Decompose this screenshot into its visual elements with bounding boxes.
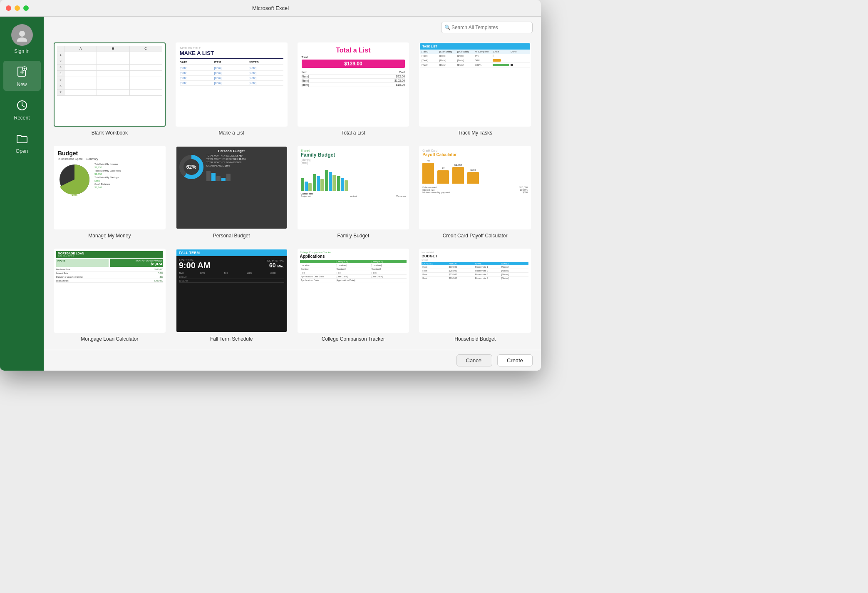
bottom-bar: Cancel Create xyxy=(44,350,541,371)
template-card-total-a-list[interactable]: Total a List Total $139.00 Item Cost [It… xyxy=(298,42,409,136)
template-card-credit-card-payoff[interactable]: Credit Card Payoff Calculator 40 22 xyxy=(419,146,531,239)
recent-label: Recent xyxy=(14,115,30,121)
maximize-button[interactable] xyxy=(23,5,29,11)
template-preview-personal-budget[interactable]: Personal Budget 62% xyxy=(176,146,288,230)
template-preview-credit-card-payoff[interactable]: Credit Card Payoff Calculator 40 22 xyxy=(419,146,531,230)
new-file-icon xyxy=(15,65,29,79)
template-name-total-a-list: Total a List xyxy=(341,130,365,136)
user-icon xyxy=(15,28,29,42)
template-card-track-my-tasks[interactable]: TASK LIST [Task] [Start Date] [Due Date]… xyxy=(419,42,531,136)
search-container: 🔍 xyxy=(441,22,533,33)
template-card-personal-budget[interactable]: Personal Budget 62% xyxy=(176,146,288,239)
template-preview-manage-my-money[interactable]: Budget % of Income Spent Summary xyxy=(54,146,166,230)
template-card-fall-term[interactable]: FALL TERM START TIME 9:00 AM TIME INTERV… xyxy=(176,249,288,342)
blank-workbook-preview: A B C 1 2 xyxy=(55,43,165,126)
template-name-make-a-list: Make a List xyxy=(218,130,244,136)
template-preview-track-my-tasks[interactable]: TASK LIST [Task] [Start Date] [Due Date]… xyxy=(419,42,531,127)
close-button[interactable] xyxy=(6,5,11,11)
create-button[interactable]: Create xyxy=(497,354,533,366)
svg-point-0 xyxy=(19,31,25,37)
svg-point-1 xyxy=(17,37,27,42)
open-label: Open xyxy=(16,148,28,154)
template-name-manage-my-money: Manage My Money xyxy=(88,233,131,239)
svg-line-11 xyxy=(22,105,24,107)
title-bar: Microsoft Excel xyxy=(0,0,541,17)
sidebar-item-signin[interactable]: Sign in xyxy=(3,21,41,57)
sidebar-item-open[interactable]: Open xyxy=(3,127,41,157)
template-name-family-budget: Family Budget xyxy=(337,233,370,239)
template-name-mortgage-loan: Mortgage Loan Calculator xyxy=(81,336,138,342)
template-preview-mortgage-loan[interactable]: MORTGAGE LOAN CALCULATOR INPUTS MONTHLY … xyxy=(54,249,166,333)
template-name-household-budget: Household Budget xyxy=(454,336,496,342)
template-card-make-a-list[interactable]: TASK OR TITLE MAKE A LIST DATE ITEM NOTE… xyxy=(176,42,288,136)
folder-icon xyxy=(15,132,29,145)
template-preview-total-a-list[interactable]: Total a List Total $139.00 Item Cost [It… xyxy=(298,42,409,127)
template-preview-fall-term[interactable]: FALL TERM START TIME 9:00 AM TIME INTERV… xyxy=(176,249,288,333)
template-card-family-budget[interactable]: Shared Family Budget [Month][Year] xyxy=(298,146,409,239)
template-preview-college-comparison[interactable]: College Comparison Tracker Applications … xyxy=(298,249,409,333)
sidebar-item-recent[interactable]: Recent xyxy=(3,94,41,124)
search-bar-area: 🔍 xyxy=(44,17,541,38)
template-name-college-comparison: College Comparison Tracker xyxy=(322,336,385,342)
template-preview-blank-workbook[interactable]: A B C 1 2 xyxy=(54,42,166,127)
new-label: New xyxy=(17,82,27,87)
template-card-blank-workbook[interactable]: A B C 1 2 xyxy=(54,42,166,136)
new-icon xyxy=(14,64,30,80)
sidebar-item-new[interactable]: New xyxy=(3,61,41,91)
template-card-mortgage-loan[interactable]: MORTGAGE LOAN CALCULATOR INPUTS MONTHLY … xyxy=(54,249,166,342)
template-name-blank-workbook: Blank Workbook xyxy=(92,130,128,136)
templates-scroll[interactable]: A B C 1 2 xyxy=(44,38,541,350)
template-name-personal-budget: Personal Budget xyxy=(213,233,250,239)
recent-icon xyxy=(14,97,30,113)
avatar xyxy=(11,24,33,46)
template-name-track-my-tasks: Track My Tasks xyxy=(458,130,492,136)
template-name-fall-term: Fall Term Schedule xyxy=(210,336,253,342)
cancel-button[interactable]: Cancel xyxy=(456,354,492,366)
template-preview-household-budget[interactable]: Household BUDGET Detail EXPENSE AMOUNT N… xyxy=(419,249,531,333)
window-controls[interactable] xyxy=(6,5,29,11)
minimize-button[interactable] xyxy=(15,5,20,11)
templates-grid: A B C 1 2 xyxy=(54,42,531,342)
sidebar: Sign in New xyxy=(0,17,44,371)
app-body: Sign in New xyxy=(0,17,541,371)
template-preview-family-budget[interactable]: Shared Family Budget [Month][Year] xyxy=(298,146,409,230)
pie-chart-svg xyxy=(58,163,91,196)
open-icon xyxy=(14,131,30,147)
search-icon: 🔍 xyxy=(444,25,451,30)
template-preview-make-a-list[interactable]: TASK OR TITLE MAKE A LIST DATE ITEM NOTE… xyxy=(176,42,288,127)
main-content: 🔍 A B C xyxy=(44,17,541,371)
template-card-manage-my-money[interactable]: Budget % of Income Spent Summary xyxy=(54,146,166,239)
search-input[interactable] xyxy=(441,22,533,33)
template-card-household-budget[interactable]: Household BUDGET Detail EXPENSE AMOUNT N… xyxy=(419,249,531,342)
window-title: Microsoft Excel xyxy=(252,5,289,11)
clock-icon xyxy=(15,99,29,112)
template-name-credit-card-payoff: Credit Card Payoff Calculator xyxy=(443,233,508,239)
signin-label: Sign in xyxy=(14,48,30,54)
template-card-college-comparison[interactable]: College Comparison Tracker Applications … xyxy=(298,249,409,342)
